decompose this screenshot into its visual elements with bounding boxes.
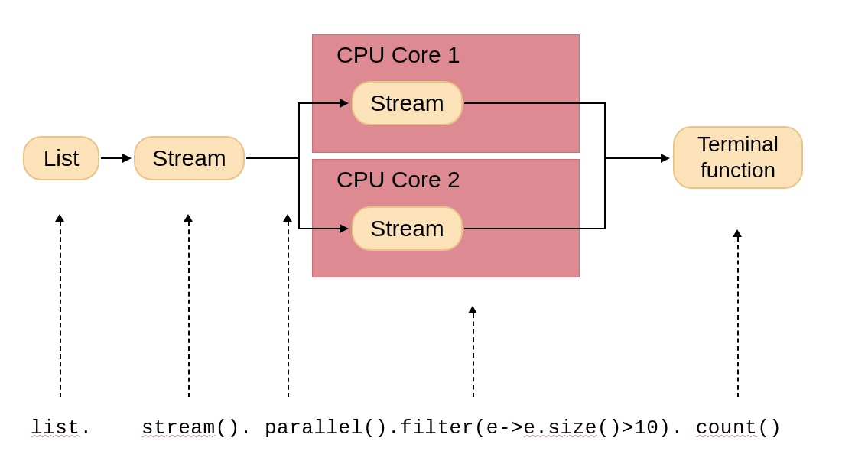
code-esize: e.size [523,417,597,440]
arrow-branch-top [298,102,341,104]
code-list: list [31,417,80,440]
arrow-merge-out [604,157,662,159]
list-node: List [23,136,99,180]
arrow-merge-head [661,154,670,163]
callout-list-head [55,214,64,222]
callout-filter-head [468,306,477,313]
callout-filter [473,313,474,397]
stream-core1-node: Stream [352,81,463,125]
arrow-branch-top-head [340,99,349,108]
arrow-branch-bot-head [340,224,349,233]
terminal-node: Terminal function [673,126,803,189]
code-line: list. stream(). parallel().filter(e->e.s… [31,417,857,440]
code-parallel: parallel [265,417,363,440]
callout-list [60,222,61,397]
callout-parallel [288,222,289,397]
stream-core2-node: Stream [352,206,463,251]
arrow-stream-out [246,157,300,159]
stream-node: Stream [134,136,245,180]
arrow-branch-bot [298,228,341,229]
list-node-label: List [44,144,80,172]
code-paren4: ()>10). [597,417,696,440]
terminal-node-label: Terminal function [675,131,801,183]
arrow-split-vert [298,102,300,229]
code-paren3: (e-> [474,417,523,440]
code-paren1: (). [216,417,265,440]
cpu-core-1-label: CPU Core 1 [336,42,460,68]
arrow-merge-bot [464,228,606,229]
stream-core1-label: Stream [370,89,444,117]
arrow-merge-vert [604,102,606,229]
callout-count-head [733,229,742,237]
callout-count [737,237,739,397]
arrow-list-stream-head [122,154,132,163]
callout-stream [188,222,190,397]
code-stream: stream [141,417,216,440]
code-dot1: . [80,417,104,440]
stream-core2-label: Stream [370,215,444,242]
stream-node-label: Stream [152,144,226,172]
cpu-core-2-label: CPU Core 2 [336,167,460,193]
arrow-list-stream [101,157,124,159]
callout-stream-head [184,214,193,222]
callout-parallel-head [283,214,292,222]
code-count: count [696,417,758,440]
code-filter: filter [400,417,474,440]
code-paren5: () [757,417,782,440]
arrow-merge-top [464,102,606,104]
code-paren2: (). [363,417,400,440]
